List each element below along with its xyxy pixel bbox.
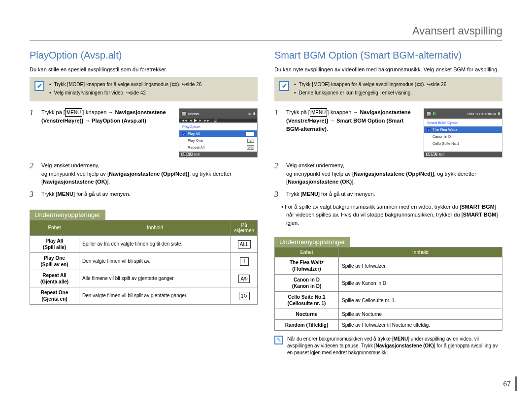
left-note-box: ✔ Trykk [MODE]-knappen for å velge avspi…	[30, 77, 258, 101]
th-innhold: Innhold	[339, 248, 502, 257]
menu-chip: MENU	[181, 153, 193, 156]
step-number: 2	[274, 161, 281, 170]
step-number: 1	[30, 108, 36, 117]
repeat-all-icon: A↻	[238, 275, 250, 283]
panel-item[interactable]: Play One 1	[179, 137, 257, 144]
smart-bgm-bullet: For å spille av valgt bakgrunnsmusikk sa…	[286, 203, 502, 227]
pencil-icon: ✎	[274, 336, 283, 344]
step-3: 3 Trykk [MENU] for å gå ut av menyen.	[274, 190, 502, 199]
table-row: Cello Suite No.1(Cellosuite nr. 1) Spill…	[275, 292, 502, 309]
screen-thumbnail: 0:00:01 / 0:00:06 ▭ ▮ Smart BGM Option ✔…	[424, 108, 502, 157]
note-item: Trykk [MODE]-knappen for å velge avspill…	[294, 81, 446, 89]
table-row: Repeat All(Gjenta alle) Alle filmene vil…	[30, 270, 258, 287]
th-enhet: Enhet	[30, 220, 79, 235]
step-3: 3 Trykk [MENU] for å gå ut av menyen.	[30, 190, 258, 199]
submenu-header: Undermenyoppføringer	[274, 237, 350, 247]
panel-title: Smart BGM Option	[424, 120, 502, 126]
battery-icon: ▮	[498, 112, 500, 116]
panel-item[interactable]: ✔ Play All ALL	[179, 130, 257, 137]
panel-item[interactable]: ✔ The Flea Waltz	[424, 126, 502, 133]
right-note-box: ✔ Trykk [MODE]-knappen for å velge avspi…	[274, 77, 502, 101]
timecode: 0:00:01 / 0:00:06	[467, 112, 492, 116]
step-1: 1 Trykk på [MENU]-knappen → Navigasjonst…	[30, 108, 258, 157]
step-number: 2	[30, 161, 36, 170]
options-table-right: Enhet Innhold The Flea Waltz(Flohwalzer)…	[274, 247, 502, 331]
step-1: 1 Trykk på [MENU]-knappen → Navigasjonst…	[274, 108, 502, 157]
panel-item[interactable]: Canon in D	[424, 133, 502, 140]
battery-icon: ▮	[253, 112, 255, 116]
volume-icon: 🔊	[214, 119, 217, 123]
table-row: The Flea Waltz(Flohwalzer) Spille av Flo…	[275, 257, 502, 275]
th-enhet: Enhet	[275, 248, 339, 257]
left-column: PlayOption (Avsp.alt) Du kan stille en s…	[30, 50, 258, 356]
left-section-title: PlayOption (Avsp.alt)	[30, 50, 258, 61]
menu-button-label: MENU	[310, 108, 327, 117]
step-2: 2 Velg ønsket undermeny, og menypunkt ve…	[30, 161, 258, 186]
note-item: Trykk [MODE]-knappen for å velge avspill…	[49, 81, 201, 89]
options-table-left: Enhet Innhold På skjermen Play All(Spill…	[30, 220, 258, 305]
pause-icon	[433, 112, 436, 116]
step-number: 3	[274, 190, 281, 199]
right-column: Smart BGM Option (Smart BGM-alternativ) …	[274, 50, 502, 356]
lens-icon	[426, 111, 432, 117]
right-intro: Du kan nyte avspillingen av videofilen m…	[274, 66, 502, 73]
note-item: Velg miniatyrvisningen for video. ↪side …	[49, 90, 201, 97]
table-row: Play All(Spill alle) Spiller av fra den …	[30, 235, 258, 252]
check-icon: ✔	[279, 81, 289, 91]
play-icon	[194, 119, 197, 122]
left-intro: Du kan stille en spesiell avspillingssti…	[30, 66, 258, 73]
menu-button-label: MENU	[65, 108, 82, 117]
table-row: Nocturne Spille av Nocturne	[275, 309, 502, 320]
step-number: 1	[274, 108, 281, 117]
panel-item[interactable]: Cello Suite No.1	[424, 140, 502, 147]
step-2: 2 Velg ønsket undermeny, og menypunkt ve…	[274, 161, 502, 186]
header-title: Avansert avspilling	[412, 25, 502, 37]
table-row: Random (Tilfeldig) Spille av Flohwalzer …	[275, 320, 502, 331]
check-icon: ✔	[34, 81, 44, 91]
checkmark-icon: ✔	[427, 128, 431, 131]
sd-icon: ▭	[493, 112, 497, 116]
menu-chip: MENU	[426, 153, 437, 156]
note-item: Denne funksjonen er kun tilgjengelig i e…	[294, 90, 446, 97]
panel-title: PlayOption	[179, 124, 257, 130]
th-skjerm: På skjermen	[231, 220, 258, 235]
table-row: Play One(Spill av en) Den valgte filmen …	[30, 252, 258, 270]
th-innhold: Innhold	[79, 220, 231, 235]
repeat-one-icon: 1↻	[239, 292, 250, 300]
step-number: 3	[30, 190, 36, 199]
footnote: ✎ Når du endrer bakgrunnsmusikken ved å …	[274, 336, 502, 356]
table-row: Canon in D(Kanon in D) Spille av Kanon i…	[275, 275, 502, 292]
panel-item[interactable]: Repeat All A↻	[179, 144, 257, 151]
table-row: Repeat One(Gjenta en) Den valgte filmen …	[30, 287, 258, 304]
play-all-icon: ALL	[238, 240, 251, 249]
page-header: Avansert avspilling	[30, 25, 502, 41]
screen-thumbnail: Normal ▭ ▮ ◄◄◄►►► 🔊 PlayOption ✔ Play Al…	[179, 108, 258, 157]
mode-label: Normal	[188, 112, 200, 116]
lens-icon	[181, 111, 187, 117]
checkmark-icon: ✔	[182, 132, 186, 135]
sd-icon: ▭	[248, 112, 252, 116]
submenu-header: Undermenyoppføringer	[30, 210, 105, 220]
right-section-title: Smart BGM Option (Smart BGM-alternativ)	[274, 50, 502, 61]
play-one-icon: 1	[240, 257, 249, 266]
